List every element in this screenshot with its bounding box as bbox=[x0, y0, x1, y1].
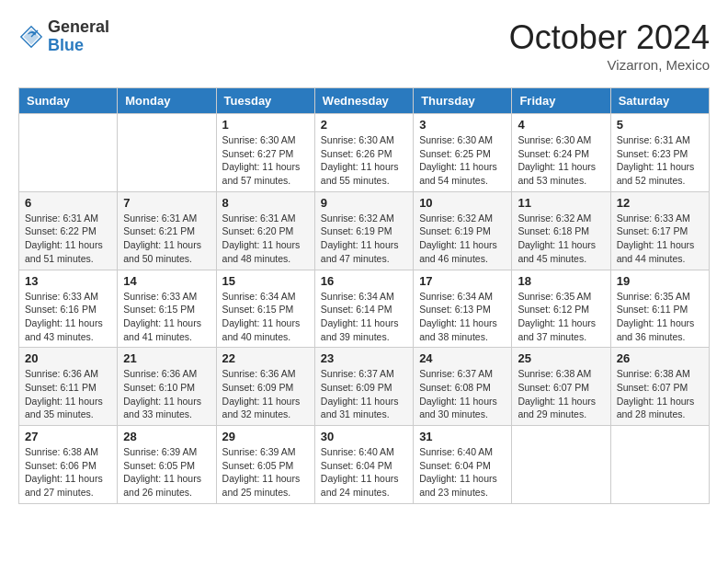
day-number: 8 bbox=[222, 196, 309, 210]
logo-general: General bbox=[48, 18, 109, 37]
calendar-cell: 6Sunrise: 6:31 AMSunset: 6:22 PMDaylight… bbox=[19, 191, 118, 270]
calendar-cell bbox=[19, 114, 118, 192]
calendar-cell: 29Sunrise: 6:39 AMSunset: 6:05 PMDayligh… bbox=[216, 426, 314, 504]
day-number: 21 bbox=[123, 351, 210, 365]
calendar-cell: 1Sunrise: 6:30 AMSunset: 6:27 PMDaylight… bbox=[216, 114, 314, 192]
day-number: 17 bbox=[419, 274, 506, 288]
calendar-cell: 23Sunrise: 6:37 AMSunset: 6:09 PMDayligh… bbox=[314, 348, 413, 426]
calendar-cell: 21Sunrise: 6:36 AMSunset: 6:10 PMDayligh… bbox=[118, 348, 216, 426]
day-info: Sunrise: 6:30 AMSunset: 6:26 PMDaylight:… bbox=[321, 133, 407, 188]
calendar-cell: 4Sunrise: 6:30 AMSunset: 6:24 PMDaylight… bbox=[512, 114, 610, 192]
calendar-cell bbox=[610, 426, 709, 504]
column-header-sunday: Sunday bbox=[19, 88, 118, 114]
day-info: Sunrise: 6:34 AMSunset: 6:15 PMDaylight:… bbox=[222, 290, 309, 344]
month-title: October 2024 bbox=[509, 18, 710, 57]
day-info: Sunrise: 6:30 AMSunset: 6:25 PMDaylight:… bbox=[419, 133, 506, 188]
calendar-cell: 15Sunrise: 6:34 AMSunset: 6:15 PMDayligh… bbox=[216, 270, 314, 348]
day-number: 9 bbox=[321, 196, 407, 210]
calendar-cell bbox=[118, 114, 216, 192]
day-info: Sunrise: 6:32 AMSunset: 6:18 PMDaylight:… bbox=[518, 212, 604, 266]
calendar-cell: 5Sunrise: 6:31 AMSunset: 6:23 PMDaylight… bbox=[610, 114, 709, 192]
day-number: 23 bbox=[321, 351, 407, 365]
page-header: General Blue October 2024 Vizarron, Mexi… bbox=[18, 18, 710, 73]
calendar-cell: 19Sunrise: 6:35 AMSunset: 6:11 PMDayligh… bbox=[610, 270, 709, 348]
day-info: Sunrise: 6:33 AMSunset: 6:16 PMDaylight:… bbox=[25, 290, 111, 344]
calendar-cell: 8Sunrise: 6:31 AMSunset: 6:20 PMDaylight… bbox=[216, 191, 314, 270]
calendar-cell: 2Sunrise: 6:30 AMSunset: 6:26 PMDaylight… bbox=[314, 114, 413, 192]
day-number: 16 bbox=[321, 274, 407, 288]
calendar-cell: 10Sunrise: 6:32 AMSunset: 6:19 PMDayligh… bbox=[414, 191, 512, 270]
day-number: 14 bbox=[123, 274, 210, 288]
title-block: October 2024 Vizarron, Mexico bbox=[509, 18, 710, 73]
calendar-cell: 30Sunrise: 6:40 AMSunset: 6:04 PMDayligh… bbox=[314, 426, 413, 504]
calendar-cell: 31Sunrise: 6:40 AMSunset: 6:04 PMDayligh… bbox=[414, 426, 512, 504]
calendar-header-row: SundayMondayTuesdayWednesdayThursdayFrid… bbox=[19, 88, 710, 114]
day-info: Sunrise: 6:34 AMSunset: 6:14 PMDaylight:… bbox=[321, 290, 407, 344]
logo-text: General Blue bbox=[48, 18, 109, 55]
day-number: 15 bbox=[222, 274, 309, 288]
calendar-table: SundayMondayTuesdayWednesdayThursdayFrid… bbox=[18, 87, 710, 504]
day-number: 27 bbox=[25, 430, 111, 443]
day-number: 20 bbox=[25, 351, 111, 365]
day-number: 7 bbox=[123, 196, 210, 210]
day-number: 4 bbox=[518, 118, 604, 132]
day-number: 18 bbox=[518, 274, 604, 288]
day-number: 3 bbox=[419, 118, 506, 132]
calendar-cell: 24Sunrise: 6:37 AMSunset: 6:08 PMDayligh… bbox=[414, 348, 512, 426]
day-number: 19 bbox=[617, 274, 703, 288]
day-info: Sunrise: 6:34 AMSunset: 6:13 PMDaylight:… bbox=[419, 290, 506, 344]
calendar-cell: 9Sunrise: 6:32 AMSunset: 6:19 PMDaylight… bbox=[314, 191, 413, 270]
day-number: 24 bbox=[419, 351, 506, 365]
column-header-tuesday: Tuesday bbox=[216, 88, 314, 114]
calendar-week-row: 13Sunrise: 6:33 AMSunset: 6:16 PMDayligh… bbox=[19, 270, 710, 348]
calendar-cell bbox=[512, 426, 610, 504]
day-number: 28 bbox=[123, 430, 210, 443]
day-info: Sunrise: 6:30 AMSunset: 6:27 PMDaylight:… bbox=[222, 133, 309, 188]
day-number: 22 bbox=[222, 351, 309, 365]
day-info: Sunrise: 6:30 AMSunset: 6:24 PMDaylight:… bbox=[518, 133, 604, 188]
logo-icon bbox=[18, 24, 44, 50]
day-info: Sunrise: 6:40 AMSunset: 6:04 PMDaylight:… bbox=[321, 445, 407, 500]
day-info: Sunrise: 6:35 AMSunset: 6:12 PMDaylight:… bbox=[518, 290, 604, 344]
calendar-cell: 14Sunrise: 6:33 AMSunset: 6:15 PMDayligh… bbox=[118, 270, 216, 348]
logo-blue: Blue bbox=[48, 37, 109, 55]
calendar-cell: 3Sunrise: 6:30 AMSunset: 6:25 PMDaylight… bbox=[414, 114, 512, 192]
calendar-cell: 7Sunrise: 6:31 AMSunset: 6:21 PMDaylight… bbox=[118, 191, 216, 270]
day-info: Sunrise: 6:37 AMSunset: 6:09 PMDaylight:… bbox=[321, 367, 407, 421]
day-number: 26 bbox=[617, 351, 703, 365]
day-number: 29 bbox=[222, 430, 309, 443]
calendar-week-row: 27Sunrise: 6:38 AMSunset: 6:06 PMDayligh… bbox=[19, 426, 710, 504]
day-number: 31 bbox=[419, 430, 506, 443]
day-info: Sunrise: 6:36 AMSunset: 6:09 PMDaylight:… bbox=[222, 367, 309, 421]
calendar-cell: 27Sunrise: 6:38 AMSunset: 6:06 PMDayligh… bbox=[19, 426, 118, 504]
calendar-cell: 11Sunrise: 6:32 AMSunset: 6:18 PMDayligh… bbox=[512, 191, 610, 270]
location-subtitle: Vizarron, Mexico bbox=[509, 57, 710, 73]
logo: General Blue bbox=[18, 18, 109, 55]
calendar-cell: 22Sunrise: 6:36 AMSunset: 6:09 PMDayligh… bbox=[216, 348, 314, 426]
calendar-cell: 26Sunrise: 6:38 AMSunset: 6:07 PMDayligh… bbox=[610, 348, 709, 426]
column-header-saturday: Saturday bbox=[610, 88, 709, 114]
day-info: Sunrise: 6:39 AMSunset: 6:05 PMDaylight:… bbox=[123, 445, 210, 500]
day-info: Sunrise: 6:33 AMSunset: 6:17 PMDaylight:… bbox=[617, 212, 703, 266]
day-info: Sunrise: 6:40 AMSunset: 6:04 PMDaylight:… bbox=[419, 445, 506, 500]
calendar-week-row: 6Sunrise: 6:31 AMSunset: 6:22 PMDaylight… bbox=[19, 191, 710, 270]
calendar-cell: 25Sunrise: 6:38 AMSunset: 6:07 PMDayligh… bbox=[512, 348, 610, 426]
column-header-friday: Friday bbox=[512, 88, 610, 114]
calendar-cell: 20Sunrise: 6:36 AMSunset: 6:11 PMDayligh… bbox=[19, 348, 118, 426]
calendar-cell: 18Sunrise: 6:35 AMSunset: 6:12 PMDayligh… bbox=[512, 270, 610, 348]
day-number: 13 bbox=[25, 274, 111, 288]
day-number: 6 bbox=[25, 196, 111, 210]
day-info: Sunrise: 6:35 AMSunset: 6:11 PMDaylight:… bbox=[617, 290, 703, 344]
day-info: Sunrise: 6:37 AMSunset: 6:08 PMDaylight:… bbox=[419, 367, 506, 421]
day-info: Sunrise: 6:31 AMSunset: 6:20 PMDaylight:… bbox=[222, 212, 309, 266]
day-info: Sunrise: 6:31 AMSunset: 6:21 PMDaylight:… bbox=[123, 212, 210, 266]
day-info: Sunrise: 6:39 AMSunset: 6:05 PMDaylight:… bbox=[222, 445, 309, 500]
column-header-thursday: Thursday bbox=[414, 88, 512, 114]
calendar-week-row: 20Sunrise: 6:36 AMSunset: 6:11 PMDayligh… bbox=[19, 348, 710, 426]
day-number: 11 bbox=[518, 196, 604, 210]
calendar-cell: 12Sunrise: 6:33 AMSunset: 6:17 PMDayligh… bbox=[610, 191, 709, 270]
calendar-cell: 17Sunrise: 6:34 AMSunset: 6:13 PMDayligh… bbox=[414, 270, 512, 348]
day-info: Sunrise: 6:38 AMSunset: 6:06 PMDaylight:… bbox=[25, 445, 111, 500]
day-number: 1 bbox=[222, 118, 309, 132]
column-header-wednesday: Wednesday bbox=[314, 88, 413, 114]
